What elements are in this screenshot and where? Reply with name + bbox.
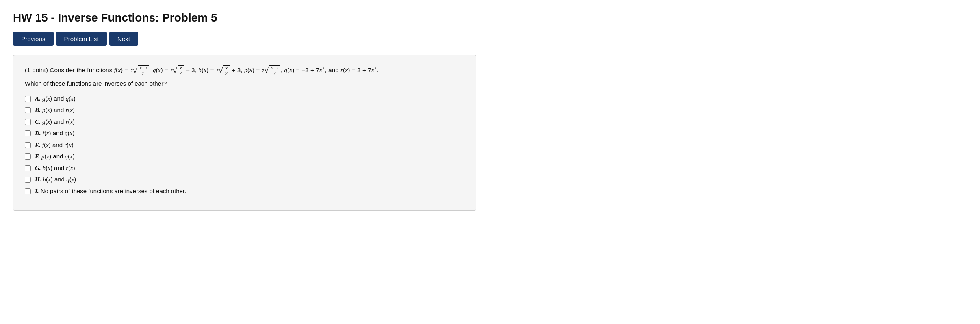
choices-list: A. g(x) and q(x) B. p(x) and r(x) C. g(x… <box>25 94 464 196</box>
checkbox-C[interactable] <box>25 119 31 125</box>
page-title: HW 15 - Inverse Functions: Problem 5 <box>13 11 477 24</box>
choice-H: H. h(x) and q(x) <box>25 175 464 184</box>
problem-box: (1 point) Consider the functions f(x) = … <box>13 55 476 211</box>
checkbox-D[interactable] <box>25 130 31 136</box>
choice-A: A. g(x) and q(x) <box>25 94 464 104</box>
radical-g: 7 √ x7 <box>170 65 184 76</box>
choice-F: F. p(x) and q(x) <box>25 152 464 161</box>
choice-H-label[interactable]: H. h(x) and q(x) <box>35 175 76 184</box>
question-text: Which of these functions are inverses of… <box>25 80 464 87</box>
choice-D: D. f(x) and q(x) <box>25 129 464 138</box>
next-button[interactable]: Next <box>109 32 138 46</box>
points-label: (1 point) <box>25 67 48 73</box>
checkbox-F[interactable] <box>25 153 31 160</box>
choice-C-label[interactable]: C. g(x) and r(x) <box>35 117 75 127</box>
choice-I-label[interactable]: I. No pairs of these functions are inver… <box>35 187 186 196</box>
nav-buttons: Previous Problem List Next <box>13 32 477 46</box>
choice-F-label[interactable]: F. p(x) and q(x) <box>35 152 75 161</box>
checkbox-A[interactable] <box>25 96 31 102</box>
choice-G-label[interactable]: G. h(x) and r(x) <box>35 164 75 173</box>
function-f: f <box>114 67 116 73</box>
choice-I: I. No pairs of these functions are inver… <box>25 187 464 196</box>
checkbox-E[interactable] <box>25 142 31 148</box>
problem-list-button[interactable]: Problem List <box>56 32 107 46</box>
choice-G: G. h(x) and r(x) <box>25 164 464 173</box>
checkbox-G[interactable] <box>25 165 31 171</box>
radical-f: 7 √ x+37 <box>130 65 149 76</box>
checkbox-B[interactable] <box>25 107 31 113</box>
checkbox-I[interactable] <box>25 188 31 194</box>
radical-p: 7 √ x−37 <box>262 65 280 76</box>
choice-E: E. f(x) and r(x) <box>25 140 464 150</box>
choice-B: B. p(x) and r(x) <box>25 106 464 115</box>
radical-h: 7 √ x7 <box>216 65 230 76</box>
choice-A-label[interactable]: A. g(x) and q(x) <box>35 94 76 104</box>
problem-statement: (1 point) Consider the functions f(x) = … <box>25 64 464 76</box>
previous-button[interactable]: Previous <box>13 32 54 46</box>
choice-B-label[interactable]: B. p(x) and r(x) <box>35 106 75 115</box>
checkbox-H[interactable] <box>25 177 31 183</box>
choice-E-label[interactable]: E. f(x) and r(x) <box>35 140 74 150</box>
choice-C: C. g(x) and r(x) <box>25 117 464 127</box>
page-container: HW 15 - Inverse Functions: Problem 5 Pre… <box>0 0 490 227</box>
choice-D-label[interactable]: D. f(x) and q(x) <box>35 129 74 138</box>
